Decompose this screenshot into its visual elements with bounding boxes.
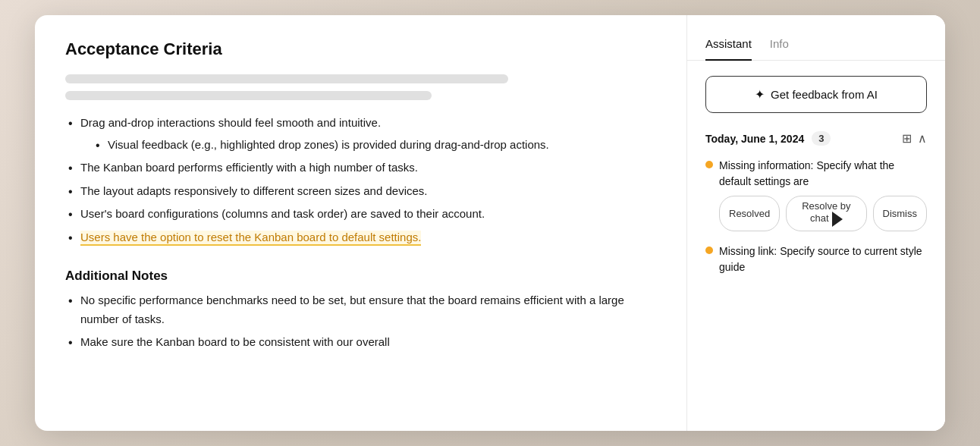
list-item-highlighted: Users have the option to reset the Kanba… bbox=[65, 228, 656, 247]
list-item: Make sure the Kanban board to be consist… bbox=[65, 333, 656, 352]
main-container: Acceptance Criteria Drag and-drop intera… bbox=[35, 15, 945, 431]
skeleton-bar-1 bbox=[65, 74, 508, 83]
sub-list: Visual feedback (e.g., highlighted drop … bbox=[80, 136, 656, 154]
cursor-arrow-icon bbox=[832, 212, 843, 227]
tab-assistant[interactable]: Assistant bbox=[705, 37, 752, 61]
right-panel: Assistant Info ✦ Get feedback from AI To… bbox=[687, 15, 945, 431]
page-title: Acceptance Criteria bbox=[65, 39, 656, 59]
status-dot-warning-2 bbox=[705, 247, 713, 254]
left-panel: Acceptance Criteria Drag and-drop intera… bbox=[35, 15, 687, 431]
sparkle-icon: ✦ bbox=[755, 87, 765, 102]
additional-notes-title: Additional Notes bbox=[65, 269, 656, 284]
skeleton-bar-2 bbox=[65, 91, 432, 100]
collapse-button[interactable]: ∧ bbox=[918, 131, 927, 146]
feedback-item-1: Missing information: Specify what the de… bbox=[705, 158, 927, 231]
filter-icon: ⊞ bbox=[902, 131, 912, 146]
sub-list-item: Visual feedback (e.g., highlighted drop … bbox=[80, 136, 656, 154]
feedback-items: Missing information: Specify what the de… bbox=[705, 158, 927, 275]
resolved-button[interactable]: Resolved bbox=[719, 196, 780, 231]
right-content: ✦ Get feedback from AI Today, June 1, 20… bbox=[687, 61, 945, 431]
list-item: Drag and-drop interactions should feel s… bbox=[65, 114, 656, 154]
feedback-count-badge: 3 bbox=[812, 131, 831, 146]
criteria-list: Drag and-drop interactions should feel s… bbox=[65, 114, 656, 247]
status-dot-warning bbox=[705, 161, 713, 168]
feedback-actions-1: Resolved Resolve by chat Dismiss bbox=[705, 196, 927, 231]
additional-notes-list: No specific performance benchmarks need … bbox=[65, 291, 656, 352]
list-item: No specific performance benchmarks need … bbox=[65, 291, 656, 329]
feedback-controls: ⊞ ∧ bbox=[902, 131, 927, 146]
resolve-by-chat-button[interactable]: Resolve by chat bbox=[786, 196, 866, 231]
dismiss-button[interactable]: Dismiss bbox=[873, 196, 928, 231]
list-item: The layout adapts responsively to differ… bbox=[65, 182, 656, 201]
ai-feedback-button[interactable]: ✦ Get feedback from AI bbox=[705, 76, 927, 113]
feedback-date: Today, June 1, 2024 bbox=[705, 133, 804, 145]
filter-icon-button[interactable]: ⊞ bbox=[902, 131, 912, 146]
chevron-up-icon: ∧ bbox=[918, 132, 927, 145]
feedback-item-2: Missing link: Specify source to current … bbox=[705, 243, 927, 275]
feedback-date-row: Today, June 1, 2024 3 ⊞ ∧ bbox=[705, 131, 927, 146]
feedback-text-2: Missing link: Specify source to current … bbox=[719, 243, 927, 275]
acceptance-criteria-content: Drag and-drop interactions should feel s… bbox=[65, 114, 656, 247]
list-item: User's board configurations (columns and… bbox=[65, 205, 656, 224]
tabs-header: Assistant Info bbox=[687, 15, 945, 61]
list-item: The Kanban board performs efficiently wi… bbox=[65, 159, 656, 177]
tab-info[interactable]: Info bbox=[770, 37, 789, 61]
feedback-text-1: Missing information: Specify what the de… bbox=[719, 158, 927, 190]
